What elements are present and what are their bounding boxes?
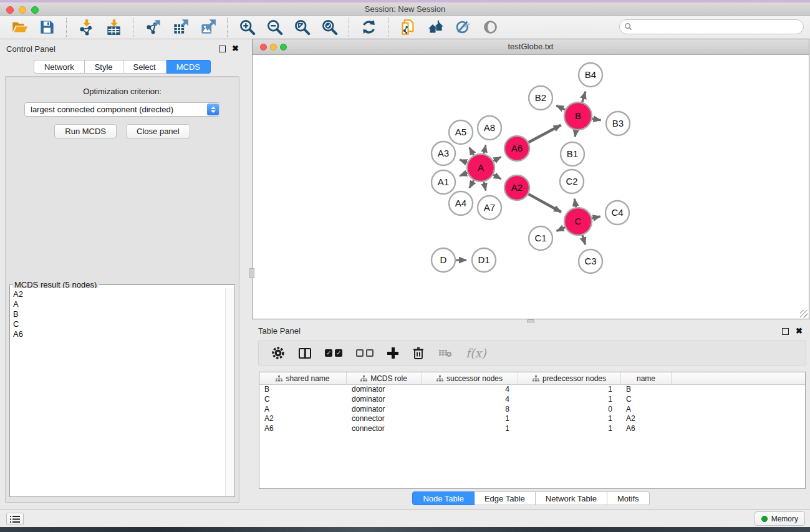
delete-rows-trash-icon[interactable] — [412, 345, 425, 361]
search-input[interactable] — [619, 19, 804, 34]
mcds-result-item[interactable]: A — [13, 299, 225, 309]
function-builder-icon[interactable]: f(x) — [466, 345, 486, 361]
column-header[interactable]: successor nodes — [422, 372, 518, 384]
tab-edge-table[interactable]: Edge Table — [475, 491, 536, 505]
graph-node-A[interactable]: A — [467, 154, 494, 181]
tab-style[interactable]: Style — [85, 60, 123, 74]
deselect-all-icon[interactable] — [356, 345, 374, 361]
table-row[interactable]: Cdominator41C — [259, 395, 805, 405]
graph-edge-A-A4[interactable] — [470, 180, 474, 188]
table-row[interactable]: Bdominator41B — [259, 385, 805, 395]
window-resize-grip[interactable] — [800, 310, 808, 317]
graph-node-B3[interactable]: B3 — [606, 112, 630, 135]
table-cell[interactable]: A — [621, 405, 672, 415]
graph-edge-C-C1[interactable] — [557, 227, 565, 231]
close-panel-icon[interactable]: ✖ — [232, 44, 239, 53]
home-icon[interactable] — [425, 17, 446, 37]
run-mcds-button[interactable]: Run MCDS — [54, 124, 117, 138]
memory-button[interactable]: Memory — [755, 511, 805, 526]
network-canvas[interactable]: B4B2BB3A8A5A6A3B1AA1C2A2A4A7C4CC1C3DD1 — [253, 55, 809, 319]
table-cell[interactable]: 0 — [518, 405, 621, 415]
export-network-icon[interactable] — [142, 17, 163, 37]
open-file-icon[interactable] — [9, 17, 30, 37]
table-cell[interactable]: A — [259, 405, 347, 415]
tab-mcds[interactable]: MCDS — [166, 60, 211, 74]
table-settings-gear-icon[interactable] — [271, 345, 285, 361]
table-row[interactable]: A6connector11A6 — [259, 424, 805, 434]
table-cell[interactable]: dominator — [347, 405, 422, 415]
show-columns-icon[interactable] — [299, 345, 311, 361]
refresh-icon[interactable] — [358, 17, 379, 37]
tab-network[interactable]: Network — [34, 60, 85, 74]
mcds-result-list[interactable]: A2ABCA6 — [11, 288, 225, 496]
graph-edge-A-A8[interactable] — [484, 145, 486, 153]
mcds-result-scrollbar[interactable] — [225, 288, 234, 496]
graph-node-D1[interactable]: D1 — [472, 248, 496, 272]
table-cell[interactable]: B — [259, 385, 347, 395]
network-from-document-icon[interactable] — [397, 17, 418, 37]
save-session-icon[interactable] — [36, 17, 57, 37]
task-history-button[interactable] — [6, 513, 24, 525]
table-row[interactable]: A2connector11A2 — [259, 414, 805, 424]
select-all-icon[interactable]: ✓✓ — [325, 345, 342, 361]
table-row[interactable]: Adominator80A — [259, 405, 805, 415]
graph-edge-B-B3[interactable] — [592, 118, 601, 120]
delete-table-icon[interactable] — [438, 345, 452, 361]
graph-node-C4[interactable]: C4 — [605, 201, 629, 225]
close-table-panel-icon[interactable]: ✖ — [796, 326, 803, 336]
graph-edge-A2-C[interactable] — [528, 194, 561, 212]
splitter-handle-vertical[interactable] — [249, 268, 254, 278]
table-cell[interactable]: 1 — [518, 414, 621, 424]
table-cell[interactable]: 1 — [518, 395, 621, 405]
export-table-icon[interactable] — [170, 17, 191, 37]
graph-node-A8[interactable]: A8 — [478, 116, 501, 140]
table-cell[interactable]: A2 — [621, 414, 672, 424]
hide-graphics-details-icon[interactable] — [452, 17, 473, 37]
graph-node-B[interactable]: B — [564, 102, 592, 130]
graph-node-A6[interactable]: A6 — [504, 136, 529, 161]
mcds-result-item[interactable]: B — [13, 309, 225, 319]
graph-node-B1[interactable]: B1 — [561, 142, 584, 166]
graph-node-A4[interactable]: A4 — [449, 191, 473, 215]
graph-edge-A-A3[interactable] — [460, 160, 467, 163]
close-panel-button[interactable]: Close panel — [126, 124, 190, 138]
tab-network-table[interactable]: Network Table — [536, 491, 607, 505]
graph-node-C2[interactable]: C2 — [560, 170, 584, 193]
graph-edge-A6-B[interactable] — [529, 125, 561, 143]
table-cell[interactable]: dominator — [347, 385, 422, 395]
window-titlebar[interactable]: Session: New Session — [0, 2, 810, 16]
optimization-criterion-select[interactable]: largest connected component (directed) — [24, 102, 220, 117]
graph-edge-B-B4[interactable] — [582, 92, 586, 102]
tab-select[interactable]: Select — [123, 60, 166, 74]
graph-node-C3[interactable]: C3 — [579, 249, 602, 273]
zoom-fit-icon[interactable] — [291, 17, 312, 37]
table-cell[interactable]: A6 — [259, 424, 347, 434]
table-cell[interactable]: 1 — [422, 414, 518, 424]
graph-edge-B-B2[interactable] — [556, 105, 565, 110]
graph-edge-B-B1[interactable] — [575, 130, 576, 137]
float-panel-icon[interactable] — [219, 46, 226, 52]
mcds-result-item[interactable]: A2 — [13, 289, 225, 299]
table-cell[interactable]: 1 — [422, 424, 518, 434]
table-cell[interactable]: connector — [347, 424, 422, 434]
graph-edge-A-A7[interactable] — [484, 181, 486, 190]
table-cell[interactable]: C — [259, 395, 347, 405]
graph-edge-C-C2[interactable] — [574, 199, 576, 208]
table-cell[interactable]: 8 — [422, 405, 518, 415]
graph-edge-A-A5[interactable] — [470, 147, 474, 155]
graph-edge-C-C3[interactable] — [582, 235, 586, 244]
column-header[interactable]: MCDS role — [347, 372, 422, 384]
mcds-result-item[interactable]: A6 — [13, 329, 225, 339]
graph-node-D[interactable]: D — [432, 248, 455, 272]
zoom-selected-icon[interactable] — [319, 17, 340, 37]
table-cell[interactable]: connector — [347, 414, 422, 424]
graph-node-C1[interactable]: C1 — [529, 226, 552, 250]
mcds-result-item[interactable]: C — [13, 319, 225, 329]
zoom-in-icon[interactable] — [236, 17, 258, 37]
table-cell[interactable]: A2 — [259, 414, 347, 424]
export-image-icon[interactable] — [197, 17, 218, 37]
tab-motifs[interactable]: Motifs — [607, 491, 650, 505]
zoom-out-icon[interactable] — [264, 17, 285, 37]
graph-node-A7[interactable]: A7 — [478, 196, 501, 220]
graph-node-A3[interactable]: A3 — [432, 142, 455, 165]
